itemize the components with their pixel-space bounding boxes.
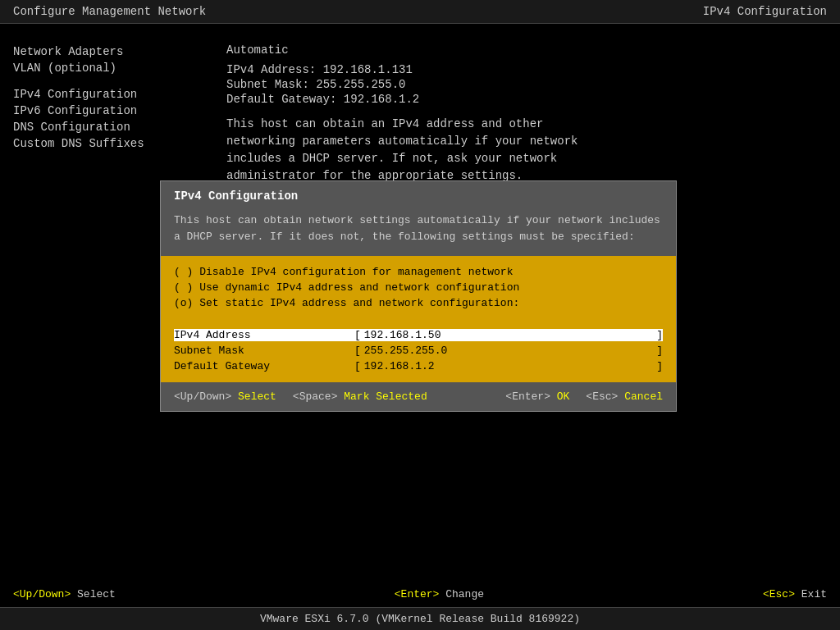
footer-enter-key: <Enter> (505, 390, 550, 403)
modal-description: This host can obtain network settings au… (161, 209, 676, 256)
bottom-left-action: Select (77, 588, 116, 600)
field-subnet-value[interactable]: 255.255.255.0 (364, 345, 653, 357)
bracket-left-1: [ (354, 345, 361, 357)
field-subnet-mask[interactable]: Subnet Mask [ 255.255.255.0 ] (174, 345, 663, 357)
bracket-left-0: [ (354, 329, 361, 341)
field-gateway-value[interactable]: 192.168.1.2 (364, 360, 653, 372)
status-label: Automatic (226, 43, 827, 57)
footer-enter-action: OK (557, 390, 570, 403)
sidebar-item-dns[interactable]: DNS Configuration (13, 119, 226, 135)
modal-fields: IPv4 Address [ 192.168.1.50 ] Subnet Mas… (161, 322, 676, 382)
title-left: Configure Management Network (13, 5, 206, 18)
bottom-left-key: <Up/Down> (13, 588, 71, 600)
field-ipv4-label: IPv4 Address (174, 329, 354, 341)
footer-space: <Space> Mark Selected (293, 390, 427, 403)
modal-footer: <Up/Down> Select <Space> Mark Selected <… (161, 382, 676, 411)
footer-updown-action: Select (238, 390, 276, 403)
footer-enter: <Enter> OK (505, 390, 569, 403)
option-disable[interactable]: ( ) Disable IPv4 configuration for manag… (174, 266, 663, 278)
bottom-center: <Enter> Change (395, 588, 484, 600)
bottom-right-action: Exit (801, 588, 827, 600)
footer-esc-key: <Esc> (586, 390, 618, 403)
field-gateway-label: Default Gateway (174, 360, 354, 372)
field-ipv4-address[interactable]: IPv4 Address [ 192.168.1.50 ] (174, 329, 663, 341)
footer-space-key: <Space> (293, 390, 338, 403)
bottom-right-key: <Esc> (763, 588, 795, 600)
title-bar: Configure Management Network IPv4 Config… (0, 0, 840, 24)
footer-esc-action: Cancel (624, 390, 663, 403)
sidebar-spacer (13, 76, 226, 86)
sidebar-item-ipv4[interactable]: IPv4 Configuration (13, 86, 226, 103)
footer-updown: <Up/Down> Select (174, 390, 276, 403)
footer-text: VMware ESXi 6.7.0 (VMKernel Release Buil… (260, 613, 580, 625)
sidebar-item-vlan[interactable]: VLAN (optional) (13, 60, 226, 76)
bracket-right-0: ] (656, 329, 663, 341)
option-static[interactable]: (o) Set static IPv4 address and network … (174, 297, 663, 309)
bottom-center-key: <Enter> (395, 588, 440, 600)
footer-space-action: Mark Selected (344, 390, 427, 403)
title-right: IPv4 Configuration (703, 5, 827, 18)
footer-updown-key: <Up/Down> (174, 390, 231, 403)
page-footer: VMware ESXi 6.7.0 (VMKernel Release Buil… (0, 607, 840, 630)
sidebar-item-ipv6[interactable]: IPv6 Configuration (13, 103, 226, 119)
bracket-left-2: [ (354, 360, 361, 372)
info-description: This host can obtain an IPv4 address and… (226, 116, 604, 185)
bottom-center-action: Change (445, 588, 484, 600)
field-default-gateway[interactable]: Default Gateway [ 192.168.1.2 ] (174, 360, 663, 372)
bracket-right-1: ] (656, 345, 663, 357)
subnet-mask-line: Subnet Mask: 255.255.255.0 (226, 78, 827, 91)
option-dynamic[interactable]: ( ) Use dynamic IPv4 address and network… (174, 281, 663, 294)
modal-options: ( ) Disable IPv4 configuration for manag… (161, 256, 676, 322)
sidebar-item-network-adapters[interactable]: Network Adapters (13, 43, 226, 60)
modal-dialog: IPv4 Configuration This host can obtain … (160, 180, 677, 412)
field-subnet-label: Subnet Mask (174, 345, 354, 357)
modal-title: IPv4 Configuration (161, 181, 676, 209)
bottom-left: <Up/Down> Select (13, 588, 116, 600)
footer-esc: <Esc> Cancel (586, 390, 663, 403)
bracket-right-2: ] (656, 360, 663, 372)
bottom-bar: <Up/Down> Select <Enter> Change <Esc> Ex… (0, 583, 840, 605)
sidebar-item-custom-dns[interactable]: Custom DNS Suffixes (13, 135, 226, 152)
ipv4-address-line: IPv4 Address: 192.168.1.131 (226, 63, 827, 76)
field-ipv4-value[interactable]: 192.168.1.50 (364, 329, 653, 341)
bottom-right: <Esc> Exit (763, 588, 827, 600)
default-gateway-line: Default Gateway: 192.168.1.2 (226, 93, 827, 106)
